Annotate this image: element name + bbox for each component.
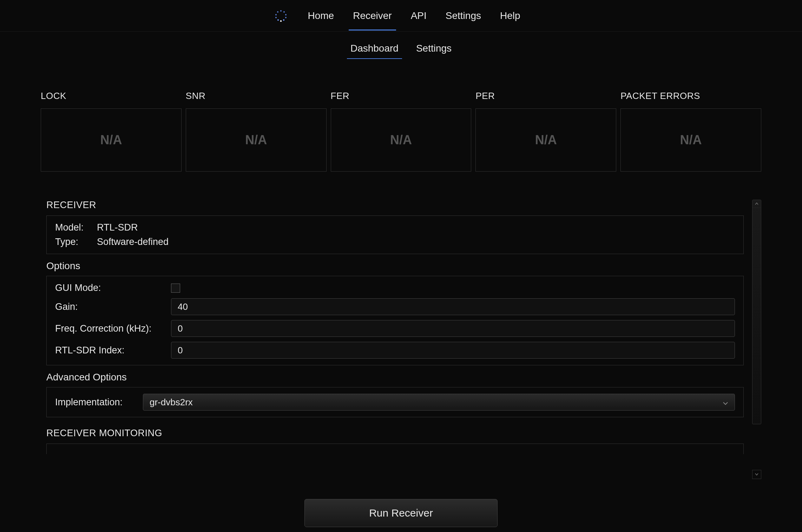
implementation-select[interactable]: gr-dvbs2rx bbox=[143, 394, 735, 411]
scrollbar[interactable] bbox=[752, 200, 761, 424]
options-panel: GUI Mode: Gain: Freq. Correction (kHz): … bbox=[46, 276, 744, 365]
top-nav: Home Receiver API Settings Help bbox=[0, 0, 802, 32]
type-value: Software-defined bbox=[97, 237, 169, 247]
stat-label: PER bbox=[475, 91, 616, 101]
model-value: RTL-SDR bbox=[97, 222, 138, 233]
stat-snr: SNR N/A bbox=[186, 91, 327, 172]
monitoring-section-title: RECEIVER MONITORING bbox=[46, 428, 744, 439]
nav-home[interactable]: Home bbox=[300, 1, 342, 31]
gui-mode-checkbox[interactable] bbox=[171, 284, 180, 293]
svg-point-8 bbox=[275, 14, 277, 15]
nav-receiver[interactable]: Receiver bbox=[345, 1, 399, 31]
gain-row: Gain: bbox=[55, 298, 735, 315]
stat-value: N/A bbox=[535, 133, 557, 147]
stat-label: LOCK bbox=[41, 91, 182, 101]
app-logo-icon bbox=[274, 9, 288, 23]
stat-lock: LOCK N/A bbox=[41, 91, 182, 172]
gui-mode-label: GUI Mode: bbox=[55, 282, 171, 293]
freq-correction-input[interactable] bbox=[171, 320, 735, 337]
gain-input[interactable] bbox=[171, 298, 735, 315]
stat-per: PER N/A bbox=[475, 91, 616, 172]
rtl-index-row: RTL-SDR Index: bbox=[55, 342, 735, 359]
stat-box: N/A bbox=[475, 108, 616, 172]
svg-point-3 bbox=[285, 17, 287, 18]
stat-value: N/A bbox=[680, 133, 702, 147]
main-content: LOCK N/A SNR N/A FER N/A PER N/A PACKET … bbox=[0, 59, 802, 454]
gain-label: Gain: bbox=[55, 301, 171, 312]
gui-mode-row: GUI Mode: bbox=[55, 282, 735, 293]
type-label: Type: bbox=[55, 237, 88, 247]
stat-value: N/A bbox=[390, 133, 412, 147]
advanced-options-panel: Implementation: gr-dvbs2rx bbox=[46, 387, 744, 417]
nav-help[interactable]: Help bbox=[492, 1, 528, 31]
implementation-row: Implementation: gr-dvbs2rx bbox=[55, 394, 735, 411]
stat-value: N/A bbox=[245, 133, 267, 147]
rtl-index-label: RTL-SDR Index: bbox=[55, 345, 171, 356]
run-receiver-button[interactable]: Run Receiver bbox=[304, 499, 498, 527]
implementation-label: Implementation: bbox=[55, 397, 143, 408]
svg-point-9 bbox=[277, 11, 278, 13]
stat-label: PACKET ERRORS bbox=[620, 91, 761, 101]
svg-point-4 bbox=[283, 19, 284, 20]
stat-box: N/A bbox=[620, 108, 761, 172]
svg-point-0 bbox=[280, 10, 282, 12]
model-label: Model: bbox=[55, 222, 88, 233]
receiver-section-title: RECEIVER bbox=[46, 200, 744, 211]
tab-settings[interactable]: Settings bbox=[413, 38, 455, 59]
receiver-info-panel: Model: RTL-SDR Type: Software-defined bbox=[46, 215, 744, 254]
advanced-options-title: Advanced Options bbox=[46, 372, 744, 383]
sub-nav: Dashboard Settings bbox=[0, 38, 802, 59]
scroll-up-icon[interactable] bbox=[752, 200, 761, 208]
svg-point-1 bbox=[283, 11, 285, 13]
footer: Run Receiver bbox=[0, 494, 802, 532]
svg-point-2 bbox=[285, 14, 287, 15]
svg-point-5 bbox=[280, 20, 282, 22]
stat-box: N/A bbox=[186, 108, 327, 172]
svg-point-6 bbox=[277, 19, 279, 20]
stat-label: SNR bbox=[186, 91, 327, 101]
stats-row: LOCK N/A SNR N/A FER N/A PER N/A PACKET … bbox=[41, 91, 761, 172]
stat-packet-errors: PACKET ERRORS N/A bbox=[620, 91, 761, 172]
options-title: Options bbox=[46, 260, 744, 272]
type-row: Type: Software-defined bbox=[55, 237, 735, 247]
freq-correction-row: Freq. Correction (kHz): bbox=[55, 320, 735, 337]
freq-correction-label: Freq. Correction (kHz): bbox=[55, 323, 171, 334]
nav-settings[interactable]: Settings bbox=[438, 1, 489, 31]
svg-point-7 bbox=[275, 17, 277, 18]
stat-value: N/A bbox=[100, 133, 122, 147]
stat-box: N/A bbox=[41, 108, 182, 172]
stat-box: N/A bbox=[331, 108, 472, 172]
nav-api[interactable]: API bbox=[403, 1, 434, 31]
stat-fer: FER N/A bbox=[331, 91, 472, 172]
rtl-index-input[interactable] bbox=[171, 342, 735, 359]
scroll-area: RECEIVER Model: RTL-SDR Type: Software-d… bbox=[41, 200, 761, 454]
stat-label: FER bbox=[331, 91, 472, 101]
tab-dashboard[interactable]: Dashboard bbox=[347, 38, 402, 59]
model-row: Model: RTL-SDR bbox=[55, 222, 735, 233]
scroll-down-button[interactable] bbox=[752, 470, 761, 479]
monitoring-panel bbox=[46, 444, 744, 454]
implementation-select-wrapper: gr-dvbs2rx bbox=[143, 394, 735, 411]
